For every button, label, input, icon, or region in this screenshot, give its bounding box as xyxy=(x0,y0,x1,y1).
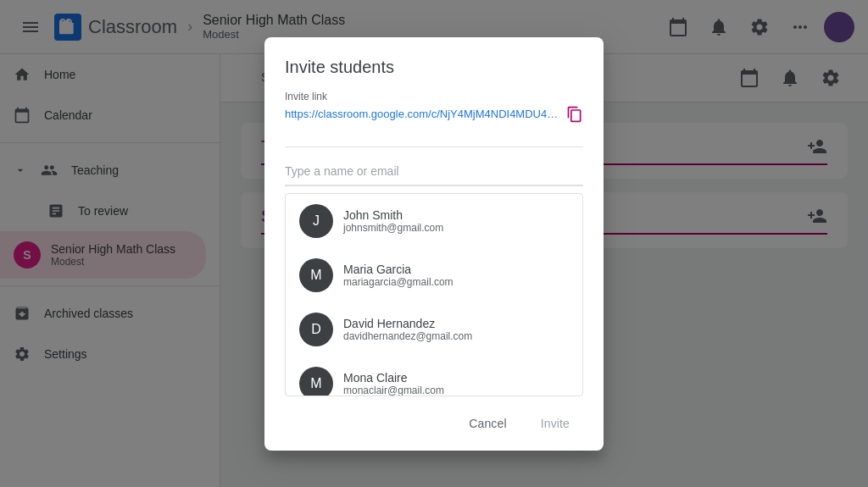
suggestion-name-david: David Hernandez xyxy=(343,317,472,330)
suggestion-mona-claire[interactable]: M Mona Claire monaclair@gmail.com xyxy=(286,357,582,396)
invite-link-url: https://classroom.google.com/c/NjY4MjM4N… xyxy=(285,108,559,120)
suggestion-avatar-david: D xyxy=(299,313,333,346)
invite-link-section: Invite link https://classroom.google.com… xyxy=(285,91,583,123)
invite-dialog: Invite students Invite link https://clas… xyxy=(264,37,604,451)
suggestion-name-john: John Smith xyxy=(343,208,443,222)
suggestion-avatar-maria: M xyxy=(299,258,333,292)
suggestion-john-smith[interactable]: J John Smith johnsmith@gmail.com xyxy=(286,194,582,248)
suggestion-info-mona: Mona Claire monaclair@gmail.com xyxy=(343,371,444,396)
suggestion-name-maria: Maria Garcia xyxy=(343,263,453,276)
suggestion-email-maria: mariagarcia@gmail.com xyxy=(343,276,453,288)
suggestion-email-john: johnsmith@gmail.com xyxy=(343,222,443,234)
search-input-container xyxy=(285,158,583,186)
suggestion-maria-garcia[interactable]: M Maria Garcia mariagarcia@gmail.com xyxy=(286,248,582,302)
dialog-overlay: Invite students Invite link https://clas… xyxy=(0,0,868,487)
suggestion-email-mona: monaclair@gmail.com xyxy=(343,385,444,396)
dialog-header: Invite students xyxy=(264,37,604,91)
suggestion-name-mona: Mona Claire xyxy=(343,371,444,385)
suggestion-avatar-mona: M xyxy=(299,367,333,396)
invite-link-label: Invite link xyxy=(285,91,583,102)
suggestion-info-john: John Smith johnsmith@gmail.com xyxy=(343,208,443,234)
link-divider xyxy=(285,147,583,147)
suggestions-list: J John Smith johnsmith@gmail.com M Maria… xyxy=(285,193,583,396)
suggestion-info-maria: Maria Garcia mariagarcia@gmail.com xyxy=(343,263,453,288)
invite-link-row: https://classroom.google.com/c/NjY4MjM4N… xyxy=(285,106,583,123)
dialog-title: Invite students xyxy=(285,58,583,77)
suggestion-email-david: davidhernandez@gmail.com xyxy=(343,330,472,342)
cancel-button[interactable]: Cancel xyxy=(455,410,520,437)
suggestion-avatar-john: J xyxy=(299,204,333,238)
invite-button[interactable]: Invite xyxy=(527,410,583,437)
dialog-footer: Cancel Invite xyxy=(264,396,604,451)
search-input[interactable] xyxy=(285,158,583,186)
suggestion-david-hernandez[interactable]: D David Hernandez davidhernandez@gmail.c… xyxy=(286,302,582,357)
copy-link-button[interactable] xyxy=(566,106,583,123)
suggestion-info-david: David Hernandez davidhernandez@gmail.com xyxy=(343,317,472,342)
dialog-body: Invite link https://classroom.google.com… xyxy=(264,91,604,396)
